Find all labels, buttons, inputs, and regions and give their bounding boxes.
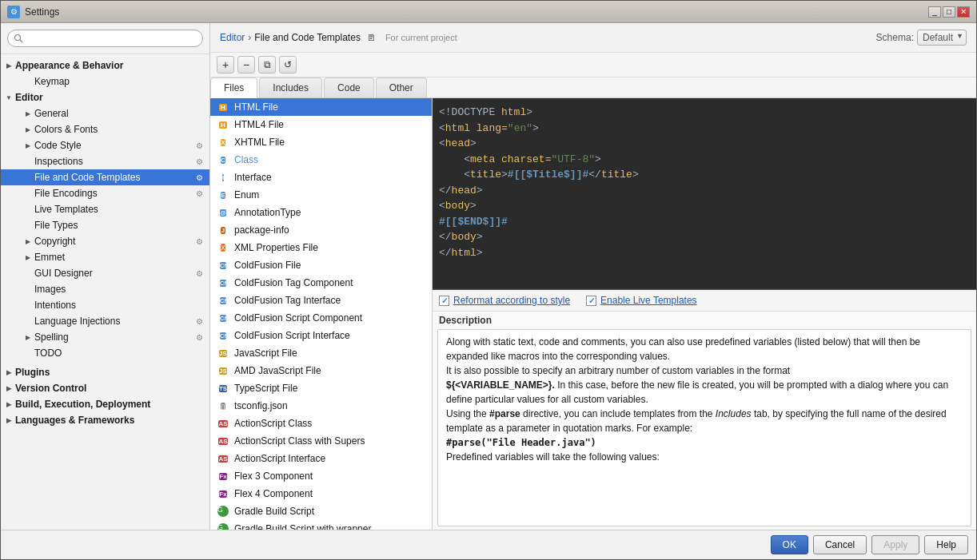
- file-item-class[interactable]: C Class: [210, 151, 432, 169]
- sidebar-item-editor[interactable]: Editor: [1, 89, 209, 105]
- sidebar: Appearance & Behavior Keymap Editor Gene…: [1, 23, 210, 530]
- sidebar-item-inspections[interactable]: Inspections ⚙: [1, 153, 209, 169]
- sidebar-item-colors-fonts[interactable]: Colors & Fonts: [1, 121, 209, 137]
- breadcrumb-parent[interactable]: Editor: [220, 32, 245, 43]
- file-item-js[interactable]: JS JavaScript File: [210, 344, 432, 362]
- search-input[interactable]: [7, 30, 203, 47]
- sidebar-item-keymap[interactable]: Keymap: [1, 73, 209, 89]
- cp-icon: ⚙: [196, 237, 203, 246]
- sp-arrow-icon: [23, 332, 33, 342]
- reformat-checkbox[interactable]: Reformat according to style: [439, 295, 570, 306]
- file-item-cf-tag-comp[interactable]: Cf ColdFusion Tag Component: [210, 274, 432, 292]
- file-item-html4[interactable]: H HTML4 File: [210, 116, 432, 133]
- sidebar-item-label: Build, Execution, Deployment: [15, 399, 150, 410]
- sidebar-item-spelling[interactable]: Spelling ⚙: [1, 329, 209, 345]
- sidebar-item-copyright[interactable]: Copyright ⚙: [1, 233, 209, 249]
- tab-includes[interactable]: Includes: [259, 77, 322, 97]
- remove-button[interactable]: −: [237, 56, 255, 73]
- file-item-annotation[interactable]: @ AnnotationType: [210, 204, 432, 221]
- breadcrumb-separator: ›: [248, 32, 251, 43]
- maximize-button[interactable]: □: [943, 6, 955, 18]
- file-list: H HTML File H HTML4 File X XHTML File C: [210, 98, 433, 530]
- checkboxes-row: Reformat according to style Enable Live …: [433, 290, 976, 312]
- reset-button[interactable]: ↺: [279, 56, 297, 73]
- sidebar-item-code-style[interactable]: Code Style ⚙: [1, 137, 209, 153]
- sidebar-item-appearance[interactable]: Appearance & Behavior: [1, 58, 209, 73]
- tab-other[interactable]: Other: [376, 77, 427, 97]
- file-item-ts[interactable]: TS TypeScript File: [210, 379, 432, 397]
- sidebar-item-images[interactable]: Images: [1, 281, 209, 297]
- colors-arrow-icon: [23, 125, 33, 134]
- sidebar-item-file-types[interactable]: File Types: [1, 217, 209, 233]
- copy-button[interactable]: ⧉: [258, 56, 276, 73]
- file-item-gradle-wrapper[interactable]: G Gradle Build Script with wrapper: [210, 520, 432, 530]
- schema-dropdown[interactable]: Default ▼: [917, 30, 967, 46]
- sidebar-item-version-control[interactable]: Version Control: [1, 380, 209, 396]
- schema-row: Schema: Default ▼: [461, 30, 967, 46]
- apply-button[interactable]: Apply: [871, 535, 919, 554]
- help-button[interactable]: Help: [924, 535, 968, 554]
- sidebar-item-file-code-templates[interactable]: File and Code Templates ⚙: [1, 169, 209, 185]
- file-icon-as-class: AS: [217, 417, 229, 430]
- file-item-as-interface[interactable]: AS ActionScript Interface: [210, 450, 432, 467]
- sidebar-item-intentions[interactable]: Intentions: [1, 297, 209, 313]
- file-item-cf-script-iface[interactable]: Cf ColdFusion Script Interface: [210, 327, 432, 344]
- file-item-flex4[interactable]: Fx Flex 4 Component: [210, 485, 432, 502]
- sidebar-item-label: General: [34, 108, 69, 119]
- sidebar-item-plugins[interactable]: Plugins: [1, 364, 209, 380]
- file-item-xml-props[interactable]: X XML Properties File: [210, 239, 432, 256]
- file-item-tsconfig[interactable]: {} tsconfig.json: [210, 397, 432, 415]
- file-item-cf-script-comp[interactable]: Cf ColdFusion Script Component: [210, 309, 432, 327]
- file-icon-flex3: Fx: [217, 470, 229, 483]
- sidebar-item-build[interactable]: Build, Execution, Deployment: [1, 396, 209, 412]
- code-editor[interactable]: <!DOCTYPE html> <html lang="en"> <head> …: [433, 98, 976, 290]
- file-item-enum[interactable]: E Enum: [210, 186, 432, 204]
- description-text[interactable]: Along with static text, code and comment…: [437, 329, 971, 526]
- sidebar-item-label: Live Templates: [34, 204, 98, 215]
- file-item-as-class[interactable]: AS ActionScript Class: [210, 415, 432, 432]
- file-icon-cf-tag-iface: Cf: [217, 294, 229, 307]
- sidebar-item-languages[interactable]: Languages & Frameworks: [1, 412, 209, 428]
- file-item-cf-file[interactable]: Cf ColdFusion File: [210, 256, 432, 274]
- file-item-amd-js[interactable]: JS AMD JavaScript File: [210, 362, 432, 379]
- sidebar-item-general[interactable]: General: [1, 105, 209, 121]
- file-item-flex3[interactable]: Fx Flex 3 Component: [210, 467, 432, 485]
- sidebar-item-gui-designer[interactable]: GUI Designer ⚙: [1, 265, 209, 281]
- sidebar-item-file-encodings[interactable]: File Encodings ⚙: [1, 185, 209, 201]
- tab-code[interactable]: Code: [324, 77, 374, 97]
- sidebar-item-emmet[interactable]: Emmet: [1, 249, 209, 265]
- close-button[interactable]: ✕: [957, 6, 970, 18]
- file-item-label: Interface: [234, 172, 272, 183]
- sidebar-item-live-templates[interactable]: Live Templates: [1, 201, 209, 217]
- live-templates-checkbox-box: [586, 296, 596, 306]
- live-templates-checkbox[interactable]: Enable Live Templates: [586, 295, 697, 306]
- minimize-button[interactable]: _: [928, 6, 941, 18]
- sidebar-item-label: TODO: [34, 348, 62, 359]
- sidebar-item-label: Languages & Frameworks: [15, 415, 134, 426]
- file-item-cf-tag-iface[interactable]: Cf ColdFusion Tag Interface: [210, 292, 432, 309]
- em-arrow-icon: [23, 252, 33, 262]
- file-item-as-supers[interactable]: AS ActionScript Class with Supers: [210, 432, 432, 450]
- tab-files[interactable]: Files: [210, 77, 257, 98]
- file-item-gradle[interactable]: G Gradle Build Script: [210, 502, 432, 520]
- file-item-label: Gradle Build Script: [234, 506, 314, 517]
- file-item-package[interactable]: J package-info: [210, 221, 432, 239]
- description-label: Description: [433, 312, 976, 329]
- file-item-xhtml[interactable]: X XHTML File: [210, 133, 432, 151]
- sidebar-item-language-injections[interactable]: Language Injections ⚙: [1, 313, 209, 329]
- editor-arrow-icon: [4, 93, 14, 102]
- file-item-label: XHTML File: [234, 137, 285, 148]
- ok-button[interactable]: OK: [771, 535, 808, 554]
- file-item-interface[interactable]: I Interface: [210, 169, 432, 186]
- file-item-label: AMD JavaScript File: [234, 365, 321, 376]
- main-area: Editor › File and Code Templates 🖹 For c…: [210, 23, 976, 530]
- file-item-label: Gradle Build Script with wrapper: [234, 523, 371, 530]
- code-line-10: </html>: [439, 245, 970, 261]
- file-item-html[interactable]: H HTML File: [210, 98, 432, 116]
- description-section: Description Along with static text, code…: [433, 312, 976, 530]
- tabs-bar: Files Includes Code Other: [210, 77, 976, 98]
- sidebar-item-todo[interactable]: TODO: [1, 345, 209, 361]
- cancel-button[interactable]: Cancel: [813, 535, 867, 554]
- add-button[interactable]: +: [217, 56, 234, 73]
- file-icon-gradle-wrapper: G: [217, 522, 229, 530]
